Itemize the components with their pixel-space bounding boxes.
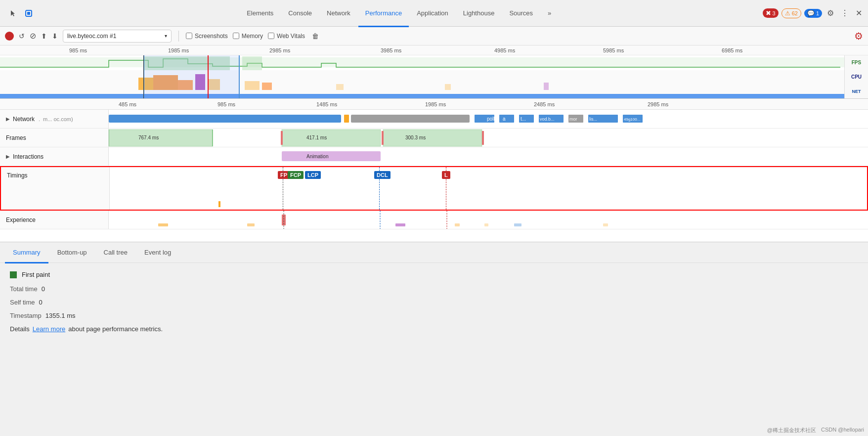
- svg-rect-33: [109, 130, 213, 146]
- svg-text:poll: poll: [487, 116, 495, 122]
- message-badge[interactable]: 💬 1: [804, 9, 822, 18]
- tab-bottom-up[interactable]: Bottom-up: [49, 243, 95, 263]
- toolbar-separator: [178, 31, 179, 42]
- learn-more-link[interactable]: Learn more: [33, 325, 65, 333]
- label-6985ms: 6985 ms: [722, 47, 742, 53]
- timing-marker-1: [218, 201, 220, 207]
- network-sublabel: .: [39, 116, 40, 122]
- svg-text:vod.b...: vod.b...: [540, 117, 555, 122]
- svg-rect-44: [482, 131, 484, 145]
- lcp-badge[interactable]: LCP: [305, 171, 321, 179]
- charts-area: 985 ms 1985 ms 2985 ms 3985 ms 4985 ms 5…: [0, 45, 868, 242]
- first-paint-color-box: [10, 271, 17, 278]
- frames-timeline-row: Frames 767.4 ms 417.1 ms: [0, 129, 868, 147]
- devtools-tab-bar: Elements Console Network Performance App…: [0, 0, 868, 27]
- web-vitals-checkbox[interactable]: Web Vitals: [268, 33, 305, 40]
- refresh-button[interactable]: ↺: [19, 32, 25, 40]
- self-time-row: Self time 0: [10, 299, 858, 306]
- frames-row-content[interactable]: 767.4 ms 417.1 ms 300.3 ms: [109, 129, 868, 147]
- close-button[interactable]: ✕: [854, 6, 864, 20]
- tab-more[interactable]: »: [541, 0, 558, 27]
- timings-row-label: Timings: [1, 167, 110, 210]
- svg-rect-40: [383, 130, 482, 146]
- cursor-icon[interactable]: [6, 6, 20, 20]
- svg-text:300.3 ms: 300.3 ms: [405, 135, 426, 140]
- dcl-badge[interactable]: DCL: [374, 171, 391, 179]
- record-button[interactable]: [5, 32, 14, 41]
- inspect-icon[interactable]: [22, 6, 36, 20]
- overview-chart[interactable]: FPS CPU NET: [0, 55, 868, 99]
- svg-rect-51: [158, 223, 168, 226]
- svg-rect-5: [0, 70, 844, 95]
- svg-rect-38: [282, 130, 381, 146]
- bottom-content: First paint Total time 0 Self time 0 Tim…: [0, 263, 868, 341]
- interactions-expand-icon[interactable]: ▶: [6, 154, 10, 159]
- network-row-content[interactable]: poll a t... vod.b... mor lis... 49g100..…: [109, 110, 868, 128]
- upload-button[interactable]: ⬆: [41, 32, 47, 40]
- tab-event-log[interactable]: Event log: [136, 243, 179, 263]
- svg-rect-53: [395, 223, 405, 226]
- label-1985ms: 1985 ms: [168, 47, 189, 53]
- timestamp-row: Timestamp 1355.1 ms: [10, 312, 858, 319]
- svg-rect-17: [344, 115, 349, 123]
- interactions-row-content[interactable]: Animation: [109, 147, 868, 166]
- experience-row-content[interactable]: [109, 211, 868, 229]
- detail-labels-row: 485 ms 985 ms 1485 ms 1985 ms 2485 ms 29…: [0, 99, 868, 110]
- error-badge[interactable]: ✖ 3: [763, 8, 779, 18]
- svg-text:Animation: Animation: [306, 154, 328, 159]
- settings-button[interactable]: ⚙: [825, 6, 836, 20]
- tab-call-tree[interactable]: Call tree: [96, 243, 135, 263]
- svg-rect-42: [281, 131, 283, 145]
- tab-sources[interactable]: Sources: [502, 0, 540, 27]
- det-label-2485: 2485 ms: [534, 101, 555, 107]
- settings-gear-icon[interactable]: ⚙: [854, 30, 863, 42]
- svg-text:767.4 ms: 767.4 ms: [138, 135, 159, 140]
- network-url: m... oc.com): [43, 116, 73, 122]
- svg-rect-55: [484, 223, 488, 226]
- url-dropdown-icon: ▾: [165, 33, 167, 39]
- det-label-2985: 2985 ms: [648, 101, 668, 107]
- more-options-button[interactable]: ⋮: [839, 6, 851, 20]
- screenshots-checkbox[interactable]: Screenshots: [186, 33, 228, 40]
- svg-text:lis...: lis...: [589, 117, 597, 122]
- clear-button[interactable]: 🗑: [312, 32, 319, 40]
- download-button[interactable]: ⬇: [52, 32, 58, 40]
- footer: @稀土掘金技术社区 CSDN @hellopari: [763, 425, 868, 436]
- bottom-tabs: Summary Bottom-up Call tree Event log: [0, 242, 868, 263]
- net-label: NET: [845, 85, 868, 99]
- svg-rect-45: [282, 151, 381, 161]
- tab-console[interactable]: Console: [281, 0, 319, 27]
- selection-region[interactable]: [143, 55, 240, 99]
- svg-text:417.1 ms: 417.1 ms: [306, 135, 327, 140]
- first-paint-row: First paint: [10, 271, 858, 278]
- cpu-label: CPU: [845, 70, 868, 84]
- stop-button[interactable]: ⊘: [30, 31, 36, 41]
- tab-application[interactable]: Application: [410, 0, 455, 27]
- svg-rect-56: [514, 223, 521, 226]
- main-container: 985 ms 1985 ms 2985 ms 3985 ms 4985 ms 5…: [0, 45, 868, 436]
- svg-rect-4: [242, 56, 262, 70]
- timings-timeline-row: Timings FP FCP LCP DCL L: [0, 166, 868, 211]
- tab-elements[interactable]: Elements: [240, 0, 280, 27]
- tab-summary[interactable]: Summary: [5, 243, 48, 263]
- warning-badge[interactable]: ⚠ 62: [781, 8, 801, 18]
- svg-rect-2: [0, 57, 844, 67]
- total-time-row: Total time 0: [10, 285, 858, 293]
- timings-row-content[interactable]: FP FCP LCP DCL L: [110, 167, 867, 210]
- tab-lighthouse[interactable]: Lighthouse: [456, 0, 502, 27]
- url-selector[interactable]: live.byteoc.com #1 ▾: [63, 30, 172, 43]
- bottom-panel: Summary Bottom-up Call tree Event log Fi…: [0, 242, 868, 436]
- tab-performance[interactable]: Performance: [358, 0, 409, 27]
- frames-row-label: Frames: [0, 129, 109, 147]
- dcl-dashed-line: [379, 167, 380, 210]
- svg-rect-34: [213, 130, 282, 146]
- fcp-badge[interactable]: FCP: [288, 171, 304, 179]
- experience-timeline-row: Experience: [0, 211, 868, 229]
- det-label-485: 485 ms: [119, 101, 136, 107]
- tab-network[interactable]: Network: [320, 0, 357, 27]
- memory-checkbox[interactable]: Memory: [233, 33, 263, 40]
- det-label-1485: 1485 ms: [316, 101, 337, 107]
- network-expand-icon[interactable]: ▶: [6, 116, 10, 122]
- details-row: Details Learn more about page performanc…: [10, 325, 858, 333]
- svg-text:mor: mor: [569, 117, 577, 122]
